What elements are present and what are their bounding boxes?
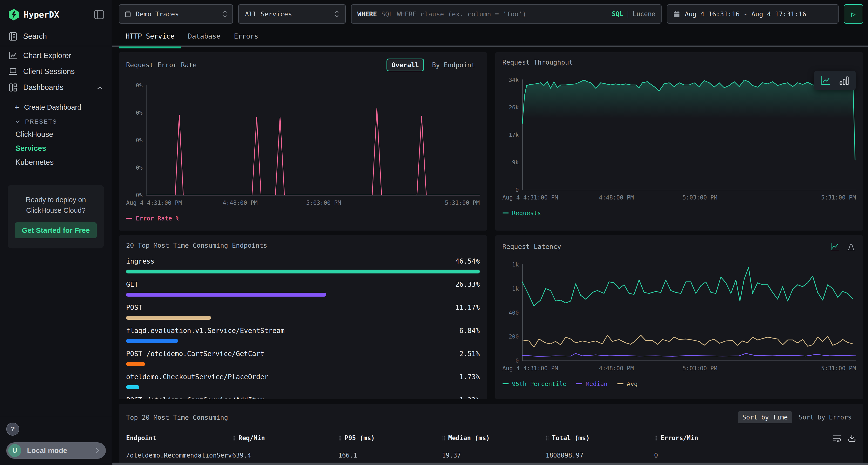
download-icon[interactable] [848, 434, 856, 442]
chart-type-toolbar [814, 71, 856, 90]
endpoint-row: oteldemo.CheckoutService/PlaceOrder1.73% [126, 373, 480, 389]
column-header[interactable]: Total (ms) [546, 434, 654, 442]
endpoint-row: GET26.33% [126, 280, 480, 297]
sidebar-item-services[interactable]: Services [0, 141, 112, 156]
y-tick-label: 0 [516, 358, 519, 364]
line-chart-icon[interactable] [830, 242, 840, 251]
dashboard-tabs: HTTP Service Database Errors [112, 24, 868, 47]
plus-icon: + [14, 103, 19, 112]
panel-request-error-rate: Request Error Rate Overall By Endpoint 0… [119, 52, 487, 231]
create-dashboard-button[interactable]: + Create Dashboard [0, 100, 112, 115]
overall-button[interactable]: Overall [386, 59, 424, 71]
updown-chevrons-icon [335, 10, 339, 18]
lucene-mode-label[interactable]: Lucene [633, 10, 655, 18]
user-menu[interactable]: U Local mode [6, 442, 106, 459]
column-header[interactable]: Req/Min [232, 434, 338, 442]
plot-area [522, 260, 856, 361]
table-row[interactable]: /oteldemo.RecommendationServ639.4166.119… [126, 452, 856, 459]
promo-text-line2: ClickHouse Cloud? [15, 205, 97, 215]
column-header[interactable]: P95 (ms) [338, 434, 442, 442]
panel-endpoints-table: Top 20 Most Time Consuming Sort by Time … [119, 404, 863, 465]
throughput-line [522, 74, 856, 190]
y-axis-labels: 34k26k17k9k0 [502, 74, 522, 190]
x-tick-label: Aug 4 4:31:00 PM [502, 365, 558, 372]
panel-request-latency: Request Latency 1k1k4002000 Aug 4 4:31:0… [495, 235, 863, 399]
endpoint-row: ingress46.54% [126, 257, 480, 273]
sidebar-collapse-icon[interactable] [94, 10, 104, 20]
drag-handle-icon [442, 435, 445, 441]
sidebar-item-kubernetes[interactable]: Kubernetes [0, 156, 112, 169]
wrap-lines-icon[interactable] [832, 434, 841, 442]
table-cell: 1808098.97 [546, 452, 654, 459]
panel-request-throughput: Request Throughput 34k26k17k9k0 Aug 4 4:… [495, 52, 863, 231]
column-header[interactable]: Median (ms) [442, 434, 546, 442]
dashboards-submenu: + Create Dashboard PRESETS ClickHouse Se… [0, 95, 112, 169]
latency-chart: 1k1k4002000 Aug 4 4:31:00 PM4:48:00 PM5:… [502, 251, 856, 391]
search-doc-icon [9, 32, 18, 41]
tab-database[interactable]: Database [181, 31, 227, 47]
x-tick-label: Aug 4 4:31:00 PM [502, 194, 558, 201]
histogram-icon[interactable] [846, 242, 856, 251]
chevron-down-icon [15, 120, 20, 123]
legend-item: 95th Percentile [502, 380, 567, 388]
sidebar-item-chart-explorer[interactable]: Chart Explorer [0, 48, 112, 64]
sidebar-item-label: Client Sessions [23, 67, 75, 76]
y-tick-label: 0% [136, 82, 143, 89]
endpoint-line: ingress46.54% [126, 257, 480, 265]
table-cell: 19.37 [442, 452, 546, 459]
chart-legend: Error Rate % [126, 211, 480, 225]
sidebar-item-dashboards[interactable]: Dashboards [0, 79, 112, 95]
help-button[interactable]: ? [6, 423, 19, 436]
endpoint-line: POST11.17% [126, 304, 480, 311]
sidebar-item-search[interactable]: Search [0, 28, 112, 44]
endpoint-percent: 1.23% [459, 396, 479, 399]
bar-chart-icon[interactable] [839, 75, 850, 86]
tab-http-service[interactable]: HTTP Service [119, 31, 181, 47]
endpoint-label: oteldemo.CheckoutService/PlaceOrder [126, 373, 268, 381]
main-area: Demo Traces All Services WHERE SQL WHERE… [112, 0, 868, 465]
endpoint-label: flagd.evaluation.v1.Service/EventStream [126, 327, 284, 335]
sidebar-item-label: Chart Explorer [23, 51, 71, 60]
presets-toggle[interactable]: PRESETS [0, 115, 112, 128]
tab-errors[interactable]: Errors [227, 31, 265, 47]
x-tick-label: 5:03:00 PM [683, 365, 717, 372]
query-language-toggle[interactable]: SQL|Lucene [612, 10, 655, 18]
sql-mode-label[interactable]: SQL [612, 10, 623, 18]
sidebar-item-clickhouse[interactable]: ClickHouse [0, 128, 112, 141]
x-tick-label: 5:03:00 PM [306, 199, 341, 206]
x-tick-label: 4:48:00 PM [223, 199, 258, 206]
search-placeholder: SQL WHERE clause (ex. column = 'foo') [381, 10, 612, 18]
endpoint-percent: 26.33% [455, 280, 479, 289]
horizontal-scrollbar[interactable] [112, 463, 868, 465]
sort-by-errors-button[interactable]: Sort by Errors [795, 411, 856, 423]
column-header-label: Errors/Min [660, 434, 698, 442]
plot-area [146, 79, 480, 196]
source-select[interactable]: Demo Traces [119, 4, 233, 24]
time-range-picker[interactable]: Aug 4 16:31:16 - Aug 4 17:31:16 [667, 4, 839, 24]
error-rate-line [146, 79, 480, 196]
x-tick-label: Aug 4 4:31:00 PM [126, 199, 182, 206]
column-header[interactable]: Errors/Min [654, 434, 827, 442]
column-header-label: P95 (ms) [345, 434, 375, 442]
service-select-value: All Services [245, 10, 335, 18]
by-endpoint-button[interactable]: By Endpoint [428, 59, 480, 71]
x-tick-label: 4:48:00 PM [599, 365, 634, 372]
run-query-button[interactable]: ▷ [844, 4, 863, 24]
line-chart-icon[interactable] [820, 75, 831, 86]
get-started-button[interactable]: Get Started for Free [15, 222, 97, 238]
y-tick-label: 0% [136, 137, 143, 143]
search-input[interactable]: WHERE SQL WHERE clause (ex. column = 'fo… [351, 4, 661, 24]
legend-item: Avg [617, 380, 638, 388]
sidebar-item-client-sessions[interactable]: Client Sessions [0, 64, 112, 79]
sidebar-divider [0, 46, 112, 46]
column-header[interactable]: Endpoint [126, 434, 232, 442]
endpoint-label: POST /oteldemo.CartService/AddItem [126, 396, 264, 399]
where-label: WHERE [357, 10, 377, 18]
x-tick-label: 5:31:00 PM [821, 194, 856, 201]
endpoint-line: oteldemo.CheckoutService/PlaceOrder1.73% [126, 373, 480, 381]
y-tick-label: 0% [136, 165, 143, 171]
sort-by-time-button[interactable]: Sort by Time [738, 411, 792, 423]
column-header-label: Endpoint [126, 434, 156, 442]
sidebar-item-label: Dashboards [23, 83, 97, 92]
service-select[interactable]: All Services [238, 4, 346, 24]
